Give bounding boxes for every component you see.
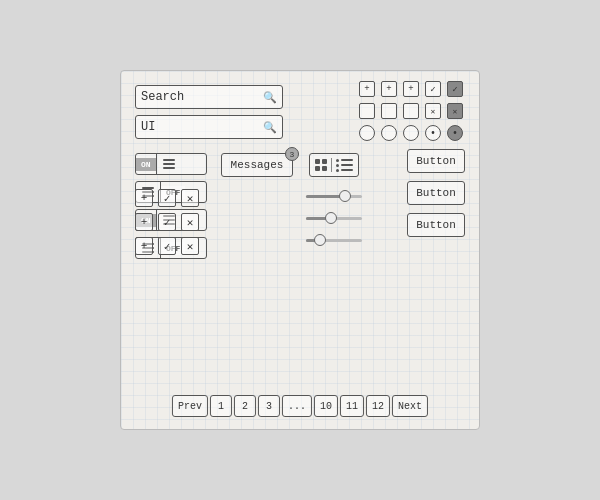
search-input-1[interactable]: Search 🔍 [135,85,283,109]
action-check-2[interactable]: ✓ [158,213,176,231]
search-input-2-value: UI [141,120,155,134]
button-3[interactable]: Button [407,213,465,237]
search-input-2[interactable]: UI 🔍 [135,115,283,139]
sketch-panel: Search 🔍 UI 🔍 + + + ON [120,70,480,430]
button-section: Button Button Button [407,149,465,237]
search-icon-2: 🔍 [263,121,277,134]
radio-3[interactable] [403,125,419,141]
pagination-prev[interactable]: Prev [172,395,208,417]
pagination: Prev 1 2 3 ... 10 11 12 Next [172,395,428,417]
radio-dot-1[interactable] [425,125,441,141]
pagination-ellipsis: ... [282,395,312,417]
slider-section [306,189,362,247]
pagination-page-12[interactable]: 12 [366,395,390,417]
toggle-1[interactable]: ON [135,153,207,175]
action-row-1: + ✓ ✕ [135,189,199,207]
button-2[interactable]: Button [407,181,465,205]
slider-3[interactable] [306,233,362,247]
checkbox-plus-3[interactable]: + [403,81,419,97]
toggle-1-on: ON [136,158,156,171]
action-row-2: + ✓ ✕ [135,213,199,231]
checkbox-sq-1[interactable] [359,103,375,119]
radio-dot-filled[interactable] [447,125,463,141]
pagination-page-3[interactable]: 3 [258,395,280,417]
checkbox-plus-2[interactable]: + [381,81,397,97]
pagination-next[interactable]: Next [392,395,428,417]
messages-tab[interactable]: Messages 3 [221,153,293,177]
messages-badge: 3 [285,147,299,161]
radio-1[interactable] [359,125,375,141]
action-x-1[interactable]: ✕ [181,189,199,207]
pagination-page-11[interactable]: 11 [340,395,364,417]
checkbox-grid: + + + [359,81,465,143]
search-input-1-value: Search [141,90,184,104]
action-check-3[interactable]: ✓ [158,237,176,255]
checkbox-check-1[interactable] [425,81,441,97]
grid-icon [315,159,327,171]
radio-2[interactable] [381,125,397,141]
action-x-2[interactable]: ✕ [181,213,199,231]
action-rows: + ✓ ✕ + ✓ ✕ + ✓ ✕ [135,189,199,255]
pagination-page-1[interactable]: 1 [210,395,232,417]
action-x-3[interactable]: ✕ [181,237,199,255]
pagination-page-2[interactable]: 2 [234,395,256,417]
action-add-2[interactable]: + [135,213,153,231]
action-row-3: + ✓ ✕ [135,237,199,255]
slider-2[interactable] [306,211,362,225]
search-icon-1: 🔍 [263,91,277,104]
toggle-1-bars [157,155,181,173]
search-section: Search 🔍 UI 🔍 [135,85,283,139]
checkbox-plus-1[interactable]: + [359,81,375,97]
action-add-3[interactable]: + [135,237,153,255]
button-1[interactable]: Button [407,149,465,173]
view-toggle[interactable] [309,153,359,177]
messages-label: Messages [231,159,284,171]
checkbox-sq-3[interactable] [403,103,419,119]
checkbox-x-filled[interactable] [447,103,463,119]
checkbox-x-1[interactable] [425,103,441,119]
slider-1[interactable] [306,189,362,203]
checkbox-sq-2[interactable] [381,103,397,119]
action-check-1[interactable]: ✓ [158,189,176,207]
list-icon [336,159,353,172]
checkbox-check-filled[interactable] [447,81,463,97]
pagination-page-10[interactable]: 10 [314,395,338,417]
action-add-1[interactable]: + [135,189,153,207]
